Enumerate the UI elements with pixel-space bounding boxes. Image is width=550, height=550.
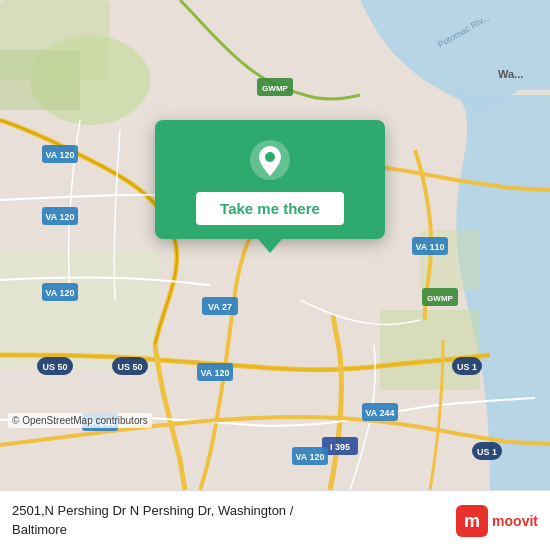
svg-text:VA 120: VA 120: [45, 150, 74, 160]
moovit-wordmark: moovit: [492, 513, 538, 529]
svg-text:GWMP: GWMP: [427, 294, 453, 303]
svg-text:VA 120: VA 120: [295, 452, 324, 462]
svg-text:Wa...: Wa...: [498, 68, 523, 80]
svg-point-42: [265, 152, 275, 162]
moovit-icon: m: [456, 505, 488, 537]
map-container: VA 120 VA 120 VA 120 VA 120 VA 27 VA 110…: [0, 0, 550, 490]
svg-text:m: m: [464, 511, 480, 531]
moovit-logo: m moovit: [456, 505, 538, 537]
location-pin-icon: [248, 138, 292, 182]
svg-text:US 50: US 50: [42, 362, 67, 372]
svg-text:I 395: I 395: [330, 442, 350, 452]
osm-attribution: © OpenStreetMap contributors: [8, 413, 152, 428]
svg-text:VA 110: VA 110: [415, 242, 444, 252]
info-bar: 2501,N Pershing Dr N Pershing Dr, Washin…: [0, 490, 550, 550]
svg-text:VA 120: VA 120: [200, 368, 229, 378]
svg-text:US 1: US 1: [477, 447, 497, 457]
svg-text:VA 244: VA 244: [365, 408, 394, 418]
svg-rect-4: [0, 250, 160, 370]
svg-rect-3: [0, 50, 80, 110]
svg-text:US 50: US 50: [117, 362, 142, 372]
svg-text:VA 120: VA 120: [45, 212, 74, 222]
svg-rect-5: [380, 310, 480, 390]
svg-text:VA 120: VA 120: [45, 288, 74, 298]
svg-text:US 1: US 1: [457, 362, 477, 372]
svg-text:VA 27: VA 27: [208, 302, 232, 312]
address-text: 2501,N Pershing Dr N Pershing Dr, Washin…: [12, 502, 456, 538]
popup-card: Take me there: [155, 120, 385, 239]
take-me-there-button[interactable]: Take me there: [196, 192, 344, 225]
svg-text:GWMP: GWMP: [262, 84, 288, 93]
